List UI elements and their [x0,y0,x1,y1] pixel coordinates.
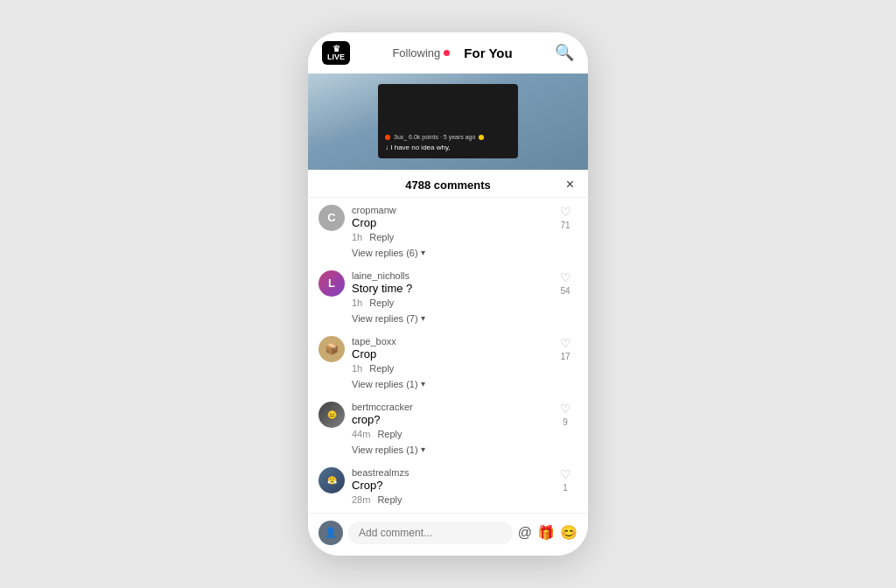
avatar: 📦 [318,336,345,362]
table-row: 😤 beastrealmzs Crop? 28m Reply ♡ 1 [318,460,578,508]
comment-username: tape_boxx [352,336,546,346]
chevron-down-icon: ▾ [421,248,425,257]
comments-list[interactable]: C cropmanw Crop 1h Reply ♡ 71 View repli… [308,198,588,513]
yellow-dot-icon [479,135,484,140]
orange-dot-icon [385,135,390,140]
video-inner: 3ux_ 6.0k points · 5 years ago ↓ I have … [378,84,518,158]
comment-time: 1h [352,298,362,308]
phone-frame: ♛ LIVE Following For You 🔍 3ux_ 6.0k poi… [308,32,588,556]
heart-icon[interactable]: ♡ [560,467,571,481]
like-col: ♡ 1 [553,467,578,493]
heart-icon[interactable]: ♡ [560,205,571,219]
table-row: L laine_nicholls Story time ? 1h Reply ♡… [318,263,578,312]
comment-body: beastrealmzs Crop? 28m Reply [352,467,546,505]
gift-icon[interactable]: 🎁 [537,524,555,541]
heart-icon[interactable]: ♡ [560,270,571,284]
following-tab[interactable]: Following [392,46,450,60]
table-row: C cropmanw Crop 1h Reply ♡ 71 [318,198,578,246]
comment-time: 1h [352,232,362,242]
chevron-down-icon: ▾ [421,379,425,388]
like-col: ♡ 17 [553,336,578,361]
chevron-down-icon: ▾ [421,444,425,454]
like-count: 54 [560,286,570,296]
view-replies-1[interactable]: View replies (7) ▾ [318,312,578,329]
comment-text: Crop [352,347,546,360]
comment-text: Crop [352,216,546,229]
live-badge: ♛ LIVE [322,41,350,65]
foryou-tab[interactable]: For You [464,46,512,60]
comment-actions: 1h Reply [352,363,546,374]
comment-body: cropmanw Crop 1h Reply [352,205,546,242]
table-row: 📦 tape_boxx Crop 1h Reply ♡ 17 [318,329,578,377]
reply-button[interactable]: Reply [369,363,394,374]
view-replies-2[interactable]: View replies (1) ▾ [318,377,578,395]
comment-input[interactable] [348,522,513,544]
comment-body: bertmccracker crop? 44m Reply [352,402,546,439]
table-row: 😐 bertmccracker crop? 44m Reply ♡ 9 [318,395,578,443]
comment-body: tape_boxx Crop 1h Reply [352,336,546,374]
comment-input-bar: 👤 @ 🎁 😊 [308,513,588,556]
comment-text: Story time ? [352,282,546,295]
like-col: ♡ 54 [553,270,578,296]
like-count: 9 [563,417,568,427]
comment-username: laine_nicholls [352,270,546,281]
input-actions: @ 🎁 😊 [518,524,578,541]
arrow-icon: ↓ [385,144,388,151]
comment-actions: 1h Reply [352,232,546,242]
top-nav: ♛ LIVE Following For You 🔍 [308,32,588,74]
comment-actions: 44m Reply [352,429,546,439]
comment-body: laine_nicholls Story time ? 1h Reply [352,270,546,308]
avatar: L [318,270,345,297]
comments-panel: 4788 comments × C cropmanw Crop 1h Reply… [308,170,588,556]
comment-time: 1h [352,363,362,374]
chevron-down-icon: ▾ [421,313,425,323]
close-button[interactable]: × [566,177,574,192]
heart-icon[interactable]: ♡ [560,336,571,350]
search-icon[interactable]: 🔍 [555,43,574,62]
video-caption: ↓ I have no idea why, [385,144,451,151]
comment-text: crop? [352,413,546,426]
comments-title: 4788 comments [405,178,491,192]
comment-time: 44m [352,429,370,439]
like-count: 71 [560,220,570,230]
view-replies-0[interactable]: View replies (6) ▾ [318,246,578,263]
avatar: C [318,205,345,231]
comment-username: cropmanw [352,205,546,215]
view-replies-3[interactable]: View replies (1) ▾ [318,443,578,460]
comment-actions: 28m Reply [352,494,546,505]
like-col: ♡ 71 [553,205,578,230]
comment-text: Crop? [352,479,546,492]
mention-icon[interactable]: @ [518,525,532,541]
nav-tabs: Following For You [392,46,512,60]
like-count: 1 [563,483,568,493]
video-meta: 3ux_ 6.0k points · 5 years ago [385,134,484,140]
avatar: 😤 [318,467,345,494]
reply-button[interactable]: Reply [369,298,394,308]
avatar: 😐 [318,402,345,428]
video-meta-text: 3ux_ 6.0k points · 5 years ago [394,134,475,140]
live-label: LIVE [327,53,345,62]
emoji-icon[interactable]: 😊 [560,524,578,541]
comment-actions: 1h Reply [352,298,546,308]
like-count: 17 [560,352,570,361]
comment-username: bertmccracker [352,402,546,412]
video-area: 3ux_ 6.0k points · 5 years ago ↓ I have … [308,74,588,170]
following-dot [444,50,450,56]
user-avatar: 👤 [318,521,343,545]
comment-username: beastrealmzs [352,467,546,478]
comment-time: 28m [352,494,370,505]
heart-icon[interactable]: ♡ [560,402,571,416]
reply-button[interactable]: Reply [369,232,394,242]
comments-header: 4788 comments × [308,170,588,198]
reply-button[interactable]: Reply [377,494,402,505]
like-col: ♡ 9 [553,402,578,427]
reply-button[interactable]: Reply [377,429,402,439]
following-label: Following [392,46,440,60]
